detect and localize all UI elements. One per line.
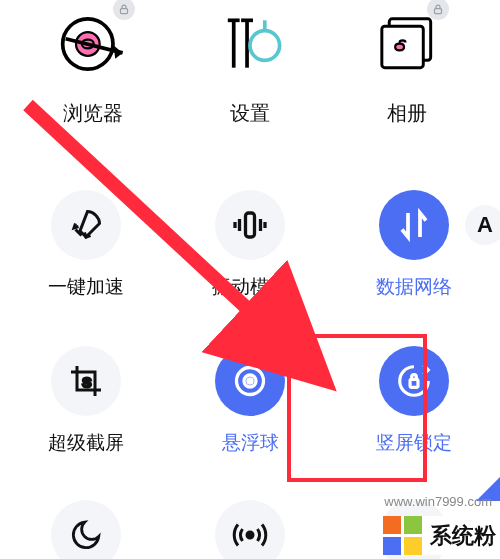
toggle-label: 超级截屏 xyxy=(48,430,124,456)
brand-text: 系统粉 xyxy=(430,521,496,551)
letter-a-icon: A xyxy=(477,212,493,238)
svg-point-21 xyxy=(248,379,252,383)
settings-icon xyxy=(210,4,290,84)
annotation-highlight-box xyxy=(287,334,427,482)
app-label: 设置 xyxy=(230,100,270,127)
toggle-data[interactable]: 数据网络 xyxy=(354,190,474,300)
data-icon xyxy=(379,190,449,260)
svg-rect-0 xyxy=(121,9,128,14)
toggle-screenshot[interactable]: S 超级截屏 xyxy=(26,346,146,456)
brand-url: www.win7999.com xyxy=(384,494,492,509)
app-browser[interactable]: 浏览器 xyxy=(33,4,153,127)
brand-watermark: 系统粉 xyxy=(373,516,496,555)
svg-text:S: S xyxy=(82,375,91,390)
toggle-label: 振动模式 xyxy=(212,274,288,300)
svg-point-23 xyxy=(247,532,253,538)
app-label: 相册 xyxy=(387,100,427,127)
hotspot-icon xyxy=(215,500,285,559)
target-icon xyxy=(215,346,285,416)
toggle-vibrate[interactable]: 振动模式 xyxy=(190,190,310,300)
svg-rect-13 xyxy=(246,213,255,237)
toggle-fontsize[interactable]: A xyxy=(465,205,500,245)
svg-marker-3 xyxy=(114,45,123,58)
app-settings[interactable]: 设置 xyxy=(190,4,310,127)
lock-icon xyxy=(427,0,449,20)
toggle-label: 悬浮球 xyxy=(222,430,279,456)
moon-icon xyxy=(51,500,121,559)
toggle-boost[interactable]: 一键加速 xyxy=(26,190,146,300)
svg-rect-10 xyxy=(434,9,441,14)
toggle-hotspot[interactable] xyxy=(190,500,310,559)
crop-icon: S xyxy=(51,346,121,416)
vibrate-icon xyxy=(215,190,285,260)
svg-point-8 xyxy=(250,31,280,61)
toggle-label: 数据网络 xyxy=(376,274,452,300)
toggle-label: 一键加速 xyxy=(48,274,124,300)
brand-logo xyxy=(383,516,422,555)
toggle-night-mode[interactable] xyxy=(26,500,146,559)
rocket-icon xyxy=(51,190,121,260)
app-gallery[interactable]: 相册 xyxy=(347,4,467,127)
app-label: 浏览器 xyxy=(63,100,123,127)
